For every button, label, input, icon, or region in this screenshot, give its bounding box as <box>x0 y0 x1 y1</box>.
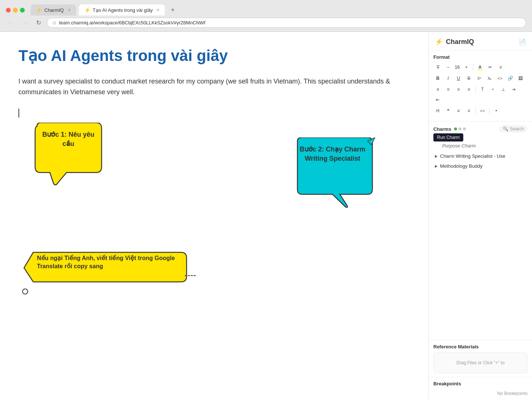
ref-materials-label: Reference Materials <box>433 344 528 349</box>
ref-materials-section: Reference Materials Drag Files or Click … <box>429 340 532 377</box>
font-color-btn[interactable]: A <box>475 63 484 72</box>
inline-code-btn[interactable]: <> <box>478 106 487 115</box>
bullet-btn[interactable]: • <box>492 106 501 115</box>
charms-label: Charms <box>433 126 451 132</box>
underline-btn[interactable]: U <box>454 74 463 83</box>
breakpoints-section: Breakpoints No Breakpoints <box>429 377 532 399</box>
code-btn[interactable]: <> <box>495 74 504 83</box>
tab-label-agents: Tạo AI Agents trong vài giây <box>93 7 153 13</box>
traffic-lights <box>6 8 25 13</box>
editor-area[interactable]: Tạo AI Agents trong vài giây I want a su… <box>0 32 429 399</box>
new-tab-button[interactable]: + <box>168 5 178 16</box>
subscript-btn[interactable]: X₂ <box>485 74 494 83</box>
main-layout: Tạo AI Agents trong vài giây I want a su… <box>0 32 532 399</box>
separator4 <box>489 108 490 114</box>
format-row-2: B I U S X² X₂ <> 🔗 🖼 <box>433 74 528 83</box>
heading-btn[interactable]: H <box>433 106 442 115</box>
dot-gray-2 <box>463 127 466 130</box>
tab-icon-charmiq: ⚡ <box>36 7 42 13</box>
dot-gray-1 <box>458 127 461 130</box>
maximize-button[interactable] <box>20 8 25 13</box>
circle-connector <box>22 289 28 294</box>
url-text: team.charmiq.ai/workspace/6BCbjEXc50LLKk… <box>59 20 205 25</box>
tab-icon-agents: ⚡ <box>84 7 91 13</box>
highlight-btn[interactable]: ✏ <box>486 63 495 72</box>
charms-header: Charms 🔍 Search <box>433 125 528 133</box>
align-center-btn[interactable]: ≡ <box>444 85 453 94</box>
superscript-btn[interactable]: X² <box>475 74 484 83</box>
charm-arrow-methodology: ▶ <box>435 164 438 168</box>
align-justify-btn[interactable]: ≡ <box>464 85 473 94</box>
image-btn[interactable]: 🖼 <box>516 74 525 83</box>
clear-format-btn[interactable]: T̶ <box>433 63 442 72</box>
format-section: Format T̶ − 16 + A ✏ ≡ B I U S X² X₂ <> <box>429 51 532 122</box>
outdent-btn[interactable]: ⇤ <box>433 95 442 104</box>
format-label: Format <box>433 54 528 60</box>
security-icon: ⊙ <box>52 20 56 25</box>
align-btn[interactable]: ≡ <box>496 63 505 72</box>
charm-name-methodology: Methodology Buddy <box>440 163 482 169</box>
charms-search-btn[interactable]: 🔍 Search <box>499 125 528 133</box>
no-breakpoints-text: No Breakpoints <box>433 389 528 398</box>
separator2 <box>475 86 476 93</box>
dot-green <box>454 127 457 130</box>
forward-button[interactable]: → <box>20 19 30 27</box>
tab-agents[interactable]: ⚡ Tạo AI Agents trong vài giây ✕ <box>79 4 165 16</box>
strikethrough-btn[interactable]: S <box>464 74 473 83</box>
unordered-list-btn[interactable]: ≡ <box>464 106 473 115</box>
ribbon-step3: Nếu ngại Tiếng Anh, viết tiếng Việt tron… <box>22 250 188 285</box>
browser-chrome: ⚡ CharmIQ ✕ ⚡ Tạo AI Agents trong vài gi… <box>0 0 532 32</box>
font-size-value: 16 <box>454 65 460 70</box>
page-title: Tạo AI Agents trong vài giây <box>18 47 410 65</box>
font-size-down-btn[interactable]: − <box>444 63 453 72</box>
charms-section: Charms 🔍 Search Run Charm Purpose Charm <box>429 122 532 340</box>
format-row-3: ≡ ≡ ≡ ≡ T ÷ ⊥ ⇥ ⇤ <box>433 85 528 104</box>
back-button[interactable]: ← <box>6 19 16 27</box>
indent-btn[interactable]: ⇥ <box>509 85 518 94</box>
cursor <box>18 109 19 117</box>
run-charm-container: Run Charm Purpose Charm <box>433 136 528 150</box>
align-right-btn[interactable]: ≡ <box>454 85 463 94</box>
bot-align-btn[interactable]: ⊥ <box>499 85 508 94</box>
separator3 <box>475 108 476 114</box>
sidebar-header: ⚡ CharmIQ 📄 <box>429 32 532 51</box>
breakpoints-label: Breakpoints <box>433 381 528 386</box>
close-button[interactable] <box>6 8 11 13</box>
align-left-btn[interactable]: ≡ <box>433 85 442 94</box>
right-sidebar: ⚡ CharmIQ 📄 Format T̶ − 16 + A ✏ ≡ B I <box>429 32 532 399</box>
bold-btn[interactable]: B <box>433 74 442 83</box>
ref-dropzone[interactable]: Drag Files or Click "+" to <box>433 352 528 373</box>
charm-item-methodology[interactable]: ▶ Methodology Buddy <box>433 161 528 171</box>
link-btn[interactable]: 🔗 <box>506 74 515 83</box>
run-charm-tooltip: Run Charm <box>433 133 463 141</box>
bubble-step2-text: Bước 2: Chạy Charm Writing Specialist <box>296 145 369 163</box>
url-bar[interactable]: ⊙ team.charmiq.ai/workspace/6BCbjEXc50LL… <box>47 18 526 28</box>
charms-status-dots <box>454 127 466 130</box>
tab-close-agents[interactable]: ✕ <box>156 8 160 13</box>
italic-btn[interactable]: I <box>444 74 453 83</box>
ribbon-text: Nếu ngại Tiếng Anh, viết tiếng Việt tron… <box>37 254 177 271</box>
minimize-button[interactable] <box>13 8 18 13</box>
tab-label-charmiq: CharmIQ <box>44 7 64 13</box>
charm-arrow-writing: ▶ <box>435 154 438 158</box>
tab-close-charmiq[interactable]: ✕ <box>68 8 71 13</box>
blockquote-btn[interactable]: ❝ <box>444 106 453 115</box>
page-content[interactable]: I want a survey specialist to conduct ma… <box>18 76 410 98</box>
mid-align-btn[interactable]: ÷ <box>488 85 497 94</box>
tab-charmiq[interactable]: ⚡ CharmIQ ✕ <box>31 4 76 16</box>
purpose-charm-label: Purpose Charm <box>433 141 476 150</box>
charm-name-writing: Charm Writing Specialist - Use <box>440 153 505 159</box>
charm-item-writing[interactable]: ▶ Charm Writing Specialist - Use <box>433 151 528 161</box>
bubble-step1-text: Bước 1: Nêu yêu cầu <box>39 130 98 149</box>
ref-dropzone-text: Drag Files or Click "+" to <box>456 360 504 365</box>
top-align-btn[interactable]: T <box>478 85 487 94</box>
title-bar: ⚡ CharmIQ ✕ ⚡ Tạo AI Agents trong vài gi… <box>0 0 532 16</box>
doc-icon[interactable]: 📄 <box>519 38 526 45</box>
charmiq-logo-icon: ⚡ <box>435 38 443 46</box>
reload-button[interactable]: ↻ <box>34 18 43 27</box>
font-size-up-btn[interactable]: + <box>462 63 471 72</box>
ordered-list-btn[interactable]: ≡ <box>454 106 463 115</box>
search-icon: 🔍 <box>503 126 508 132</box>
separator1 <box>473 64 473 71</box>
search-label: Search <box>510 126 524 132</box>
